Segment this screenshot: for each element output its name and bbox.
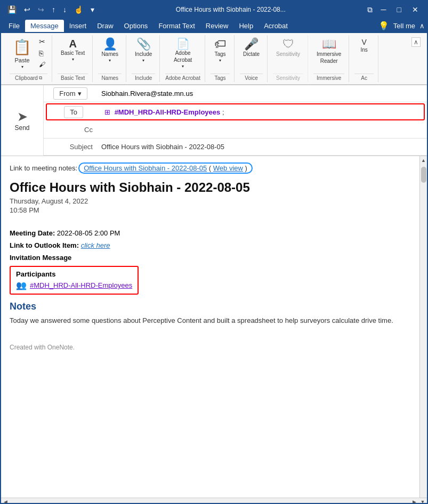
copy-icon: ⎘ [39,49,43,58]
dropdown-icon[interactable]: ▾ [88,4,96,15]
vertical-scrollbar: ▲ [419,156,427,498]
adobe-footer: Adobe Acrobat [165,74,200,81]
cc-value[interactable] [97,124,427,136]
participants-box: Participants 👥 #MDH_HRD-All-HRD-Employee… [10,266,139,295]
send-button[interactable]: ➤ Send [1,85,44,156]
tell-me-label[interactable]: Tell me [393,22,415,30]
more-button[interactable]: V Ins [354,36,374,55]
save-icon[interactable]: 💾 [5,4,19,15]
window-controls: ⧉ ─ □ ✕ [365,4,423,15]
menu-options[interactable]: Options [119,20,154,32]
menu-review[interactable]: Review [200,20,234,32]
voice-content: 🎤 Dictate [240,36,263,72]
ribbon-group-basic-text: A Basic Text ▾ Basic Text [53,35,93,82]
menu-format-text[interactable]: Format Text [153,20,200,32]
lightbulb-icon[interactable]: 💡 [378,21,389,31]
menu-help[interactable]: Help [233,20,259,32]
copy-button[interactable]: ⎘ [37,48,47,59]
ribbon-collapse-button[interactable]: ∧ [411,37,421,47]
scroll-thumb[interactable] [421,167,426,183]
to-recipient[interactable]: #MDH_HRD-All-HRD-Employees [115,108,221,116]
names-button[interactable]: 👤 Names ▾ [98,36,122,65]
scroll-left-button[interactable]: ◀ [1,498,10,505]
immersive-content: 📖 Immersive Reader [313,36,344,72]
up-icon[interactable]: ↑ [50,4,58,15]
subject-label: Subject [44,143,97,151]
close-button[interactable]: ✕ [408,4,423,15]
minimize-button[interactable]: ─ [377,4,391,15]
ribbon-collapse-area: ∧ [409,35,423,82]
voice-footer: Voice [240,74,263,81]
maximize-button[interactable]: □ [393,4,406,15]
to-row: To ⊞ #MDH_HRD-All-HRD-Employees ; [46,103,425,120]
outlook-link[interactable]: click here [81,241,110,249]
from-button[interactable]: From ▾ [53,87,87,100]
meeting-link-paren-close: ) [245,164,247,172]
immersive-footer-label: Immersive [317,75,341,81]
cc-row: Cc [44,121,427,139]
basic-text-label: Basic Text [61,50,85,56]
participant-link[interactable]: #MDH_HRD-All-HRD-Employees [30,281,132,289]
outlook-label: Link to Outlook Item: [10,241,79,249]
meeting-link[interactable]: Office Hours with Siobhain - 2022-08-05 [84,164,207,172]
clipboard-small-buttons: ✂ ⎘ 🖌 [37,36,47,69]
menu-file[interactable]: File [3,20,25,32]
include-button[interactable]: 📎 Include ▾ [132,36,155,65]
restore-compact-icon[interactable]: ⧉ [365,4,375,15]
scroll-up-button[interactable]: ▲ [420,156,427,165]
immersive-reader-icon: 📖 [322,38,336,50]
sensitivity-button[interactable]: 🛡 Sensitivity [273,36,303,59]
cc-label: Cc [44,126,97,134]
down-icon[interactable]: ↓ [61,4,69,15]
notes-text: Today we answered some questions about P… [10,316,411,324]
basic-text-footer: Basic Text [58,74,88,81]
menu-draw[interactable]: Draw [92,20,118,32]
subject-value[interactable]: Office Hours with Siobhain - 2022-08-05 [97,141,427,153]
title-bar-icons: 💾 ↩ ↪ ↑ ↓ ☝ ▾ [5,4,96,15]
menu-insert[interactable]: Insert [64,20,92,32]
redo-icon[interactable]: ↪ [36,4,46,15]
compose-fields: From ▾ Siobhain.Rivera@state.mn.us To ⊞ [44,85,427,156]
window-title: Office Hours with Siobhain - 2022-08... [100,6,362,13]
send-label: Send [14,124,29,132]
dictate-button[interactable]: 🎤 Dictate [240,36,263,59]
adobe-label2: Acrobat [174,57,192,63]
ribbon-collapse-icon[interactable]: ∧ [419,22,425,30]
dictate-label: Dictate [243,51,260,57]
web-view-link[interactable]: Web view [213,164,243,172]
cut-icon: ✂ [39,37,45,46]
include-icon: 📎 [136,38,151,50]
email-title: Office Hours with Siobhain - 2022-08-05 [10,180,411,195]
voice-footer-label: Voice [245,75,257,81]
adobe-label: Adobe [175,50,191,56]
horizontal-scrollbar: ◀ ▶ ▼ [1,498,427,504]
adobe-button[interactable]: 📄 Adobe Acrobat ▾ [171,36,195,71]
immersive-reader-label2: Reader [320,58,338,64]
to-button[interactable]: To [64,106,83,118]
scroll-down-button[interactable]: ▼ [418,498,427,505]
participant-group-icon: 👥 [16,280,27,290]
undo-icon[interactable]: ↩ [22,4,33,15]
menu-acrobat[interactable]: Acrobat [259,20,293,32]
immersive-reader-button[interactable]: 📖 Immersive Reader [313,36,344,66]
clipboard-expand-icon[interactable]: ⧉ [39,75,42,81]
paste-button[interactable]: 📋 Paste ▾ [10,36,35,71]
format-painter-button[interactable]: 🖌 [37,60,47,69]
meeting-date-value: 2022-08-05 2:00 PM [57,229,120,237]
names-label: Names [101,51,118,57]
adobe-icon: 📄 [176,38,190,49]
basic-text-button[interactable]: A Basic Text ▾ [58,36,88,64]
cut-button[interactable]: ✂ [37,36,47,47]
menu-message[interactable]: Message [25,20,64,32]
basic-text-icon: A [69,38,76,49]
scroll-right-button[interactable]: ▶ [410,498,418,505]
basic-text-content: A Basic Text ▾ [58,36,88,72]
tags-button[interactable]: 🏷 Tags ▾ [211,36,230,65]
dictate-icon: 🎤 [244,38,259,50]
touch-icon[interactable]: ☝ [72,4,85,15]
ribbon-group-sensitivity: 🛡 Sensitivity Sensitivity [269,35,308,82]
tags-icon: 🏷 [214,38,226,50]
clipboard-content: 📋 Paste ▾ ✂ ⎘ 🖌 [10,36,47,72]
ribbon-group-voice: 🎤 Dictate Voice [236,35,268,82]
tags-content: 🏷 Tags ▾ [211,36,230,72]
